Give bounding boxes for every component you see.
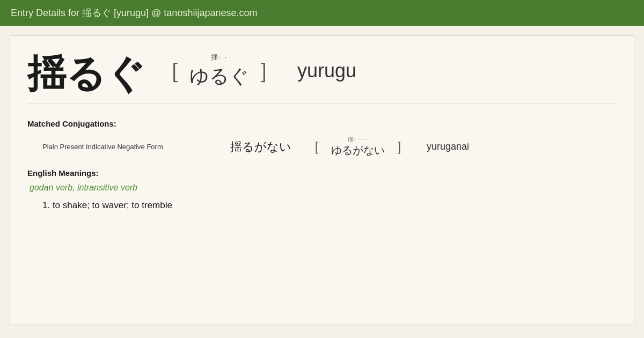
conjugation-row: Plain Present Indicative Negative Form 揺… [42,136,617,158]
content-area: 揺るぐ ［ 揺· · ゆるぐ ］ yurugu Matched Conjugat… [10,35,634,325]
bracket-open: ［ [158,56,181,86]
title-text: Entry Details for 揺るぐ [yurugu] @ tanoshi… [11,8,257,18]
conj-kana: ゆるがない [331,143,385,158]
reading-kana: ゆるぐ [189,63,249,90]
meanings-label: English Meanings: [27,168,617,178]
meanings-section: English Meanings: godan verb, intransiti… [27,168,617,212]
word-type: godan verb, intransitive verb [30,183,617,193]
conjugations-label: Matched Conjugations: [27,119,617,128]
furigana-block: 揺· · ゆるぐ [189,53,249,90]
conj-bracket-open: ［ [306,137,320,156]
kanji-large: 揺るぐ [27,54,145,93]
conjugations-section: Matched Conjugations: Plain Present Indi… [27,119,617,158]
furigana-small-main: 揺· · [211,53,228,62]
conj-bracket-close: ］ [396,137,409,156]
conj-furigana-small: 揺· · · · [348,136,368,143]
conj-form-label: Plain Present Indicative Negative Form [42,143,219,151]
meaning-item-1: 1. to shake; to waver; to tremble [42,198,617,212]
main-entry: 揺るぐ ［ 揺· · ゆるぐ ］ yurugu [27,49,617,104]
conj-kanji: 揺るがない [230,139,291,155]
romaji-main: yurugu [297,60,356,82]
bracket-close: ］ [258,56,280,86]
conj-furigana-block: 揺· · · · ゆるがない [331,136,385,158]
conj-romaji: yuruganai [427,141,469,152]
title-bar: Entry Details for 揺るぐ [yurugu] @ tanoshi… [0,0,644,26]
